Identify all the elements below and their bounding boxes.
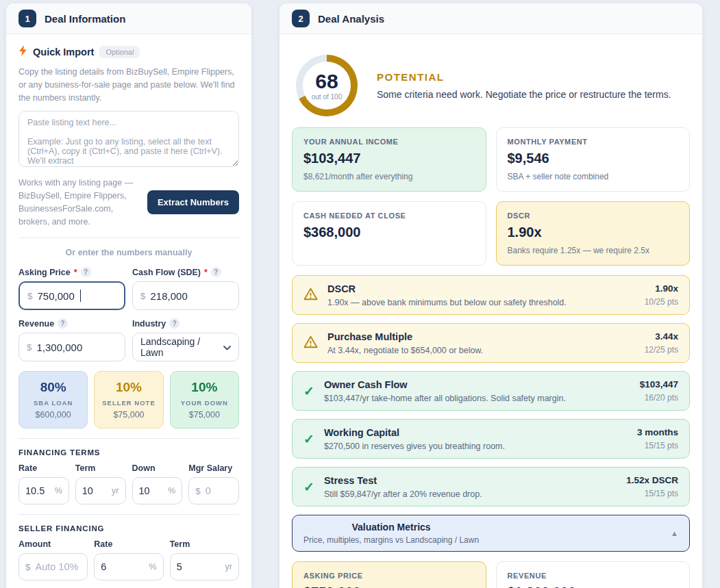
asking-price-input[interactable]: $ 750,000 — [18, 281, 125, 310]
criterion-value: 1.90x — [645, 283, 678, 294]
down-label: Down — [132, 463, 183, 473]
criterion-title: Working Capital — [324, 427, 628, 438]
asking-price-value: 750,000 — [38, 290, 75, 302]
criterion-value: $103,447 — [640, 379, 678, 389]
criterion-points: 15/15 pts — [637, 441, 678, 450]
your-down-amount: $75,000 — [173, 410, 236, 420]
down-value: 10 — [139, 485, 150, 496]
score-verdict: POTENTIAL — [377, 71, 671, 83]
industry-select[interactable]: Landscaping / Lawn — [132, 333, 239, 361]
score-message: Some criteria need work. Negotiate the p… — [377, 89, 671, 100]
sf-amount-input[interactable]: $ Auto 10% — [18, 553, 88, 580]
your-down-label: YOUR DOWN — [173, 399, 236, 407]
sf-rate-value: 6 — [101, 561, 106, 572]
deal-analysis-body: 68 out of 100 POTENTIAL Some criteria ne… — [280, 34, 702, 588]
deal-analysis-panel: 2 Deal Analysis 68 out of 100 POTENTIAL … — [279, 3, 703, 588]
score-denominator: out of 100 — [312, 93, 342, 101]
revenue-summary-card: REVENUE $1,300,000 — [496, 561, 691, 588]
help-icon[interactable]: ? — [81, 267, 91, 277]
dollar-prefix: $ — [25, 562, 31, 572]
criterion-value: 3.44x — [645, 331, 678, 342]
mgr-salary-field-group: Mgr Salary $ 0 — [188, 463, 239, 504]
rate-field-group: Rate 10.5 % — [18, 463, 69, 504]
asking-price-summary-value: $750,000 — [303, 585, 475, 588]
term-input[interactable]: 10 yr — [75, 477, 126, 504]
sf-amount-label: Amount — [18, 539, 88, 549]
seller-note-percent: 10% — [97, 380, 160, 395]
cash-at-close-label: CASH NEEDED AT CLOSE — [303, 212, 475, 220]
cash-at-close-value: $368,000 — [303, 225, 475, 240]
help-icon[interactable]: ? — [211, 267, 221, 277]
help-icon[interactable]: ? — [169, 318, 179, 329]
seller-financing-heading: SELLER FINANCING — [18, 524, 239, 533]
quick-import-title: Quick Import — [33, 47, 94, 57]
check-icon: ✓ — [303, 479, 314, 495]
term-label: Term — [75, 463, 126, 473]
sba-loan-percent: 80% — [22, 380, 84, 395]
score-ring: 68 out of 100 — [296, 55, 358, 116]
check-icon: ✓ — [303, 431, 314, 447]
check-icon: ✓ — [303, 383, 314, 399]
criterion-detail: Still $59,847/yr after a 20% revenue dro… — [324, 489, 617, 499]
criterion-points: 16/20 pts — [640, 393, 678, 402]
monthly-payment-value: $9,546 — [508, 151, 679, 166]
annual-income-label: YOUR ANNUAL INCOME — [303, 138, 475, 146]
cash-flow-value: 218,000 — [151, 290, 188, 302]
paste-listing-textarea[interactable] — [18, 111, 239, 167]
sf-rate-label: Rate — [94, 539, 163, 549]
down-input[interactable]: 10 % — [132, 477, 183, 504]
warning-icon — [303, 287, 318, 303]
sba-loan-stat: 80% SBA LOAN $600,000 — [18, 371, 88, 429]
sf-term-input[interactable]: 5 yr — [170, 553, 239, 580]
revenue-field-group: Revenue ? $ 1,300,000 — [18, 318, 125, 361]
mgr-salary-placeholder: 0 — [206, 485, 211, 496]
criterion-points: 12/25 pts — [645, 345, 678, 355]
dscr-card-label: DSCR — [508, 212, 679, 220]
sf-amount-field-group: Amount $ Auto 10% — [18, 539, 88, 580]
criterion-detail: $103,447/yr take-home after all obligati… — [324, 394, 630, 403]
extract-numbers-button[interactable]: Extract Numbers — [147, 190, 239, 214]
asking-price-summary-card: ASKING PRICE $750,000 — [292, 561, 486, 588]
criterion-title: Stress Test — [324, 475, 617, 486]
monthly-payment-label: MONTHLY PAYMENT — [508, 138, 679, 146]
criterion-dscr: DSCR 1.90x — above bank minimums but bel… — [292, 275, 690, 315]
score-value: 68 — [315, 71, 338, 92]
sf-rate-input[interactable]: 6 % — [94, 553, 163, 580]
criterion-title: DSCR — [327, 283, 635, 294]
cash-flow-input[interactable]: $ 218,000 — [132, 281, 239, 310]
asking-price-label: Asking Price — [18, 268, 71, 277]
asking-price-field-group: Asking Price * ? $ 750,000 — [18, 267, 125, 310]
revenue-value: 1,300,000 — [37, 342, 83, 353]
criterion-purchase-multiple: Purchase Multiple At 3.44x, negotiate to… — [292, 323, 690, 363]
valuation-metrics-toggle[interactable]: Valuation Metrics Price, multiples, marg… — [292, 515, 690, 552]
dollar-prefix: $ — [195, 486, 201, 496]
monthly-payment-card: MONTHLY PAYMENT $9,546 SBA + seller note… — [496, 127, 691, 192]
annual-income-sub: $8,621/month after everything — [303, 172, 475, 181]
sf-rate-unit: % — [149, 562, 157, 572]
sf-amount-placeholder: Auto 10% — [36, 561, 79, 572]
required-asterisk: * — [74, 268, 77, 277]
criterion-detail: 1.90x — above bank minimums but below ou… — [327, 298, 635, 307]
help-icon[interactable]: ? — [58, 318, 68, 329]
seller-note-label: SELLER NOTE — [97, 399, 160, 407]
criterion-detail: $270,500 in reserves gives you breathing… — [324, 442, 628, 451]
down-field-group: Down 10 % — [132, 463, 183, 504]
rate-input[interactable]: 10.5 % — [18, 477, 69, 504]
mgr-salary-label: Mgr Salary — [188, 463, 239, 473]
sba-loan-amount: $600,000 — [22, 410, 84, 420]
step-2-badge: 2 — [292, 10, 310, 27]
cash-flow-field-group: Cash Flow (SDE) * ? $ 218,000 — [132, 267, 239, 310]
criterion-stress-test: ✓ Stress Test Still $59,847/yr after a 2… — [292, 467, 690, 507]
sf-term-value: 5 — [177, 561, 182, 572]
mgr-salary-input[interactable]: $ 0 — [188, 477, 239, 504]
asking-price-summary-label: ASKING PRICE — [303, 572, 475, 580]
monthly-payment-sub: SBA + seller note combined — [508, 172, 679, 181]
divider — [18, 438, 239, 439]
dollar-prefix: $ — [27, 291, 33, 301]
criterion-title: Owner Cash Flow — [324, 379, 630, 390]
revenue-input[interactable]: $ 1,300,000 — [18, 333, 125, 361]
deal-information-body: Quick Import Optional Copy the listing d… — [6, 34, 251, 588]
collapse-arrow-icon[interactable]: ▲ — [671, 529, 678, 537]
deal-analysis-title: Deal Analysis — [318, 13, 384, 25]
industry-value: Landscaping / Lawn — [140, 336, 219, 358]
